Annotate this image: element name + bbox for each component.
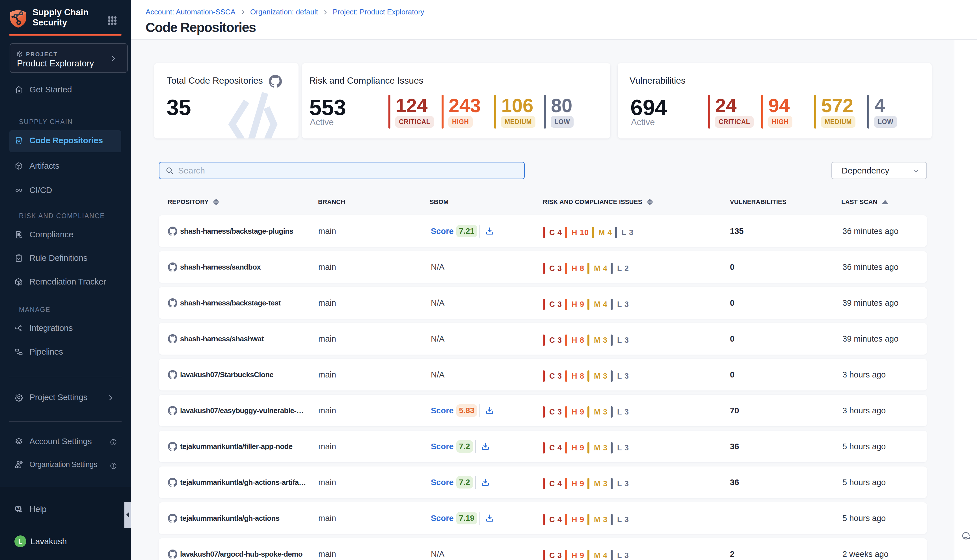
svg-text:?: ? [17, 506, 19, 510]
